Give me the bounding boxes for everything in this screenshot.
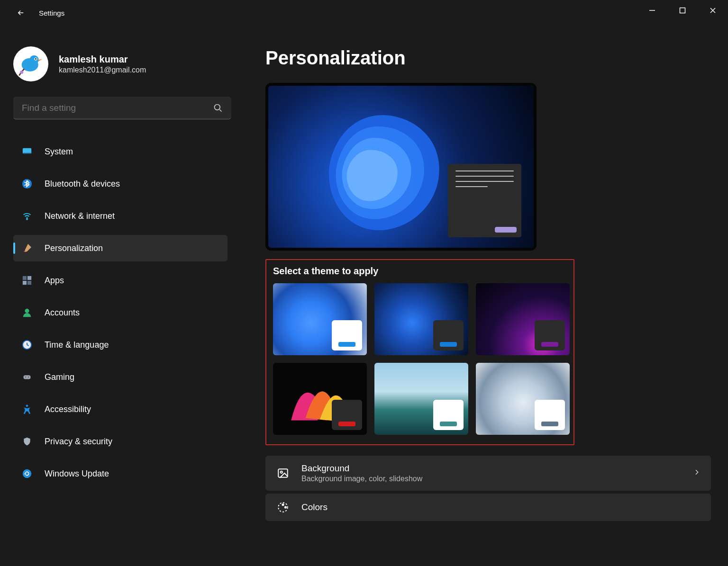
arrow-left-icon bbox=[17, 9, 25, 17]
user-name: kamlesh kumar bbox=[59, 54, 146, 65]
svg-point-7 bbox=[20, 71, 23, 74]
svg-point-13 bbox=[27, 219, 27, 220]
svg-rect-26 bbox=[278, 469, 288, 477]
sidebar-item-label: Network & internet bbox=[45, 211, 115, 221]
back-button[interactable] bbox=[11, 3, 30, 22]
sidebar-item-label: Personalization bbox=[45, 243, 103, 253]
sidebar-item-time-language[interactable]: Time & language bbox=[13, 332, 228, 358]
sidebar-item-label: Bluetooth & devices bbox=[45, 179, 120, 189]
svg-rect-15 bbox=[27, 276, 31, 280]
theme-tile-glow[interactable] bbox=[476, 283, 570, 355]
close-icon bbox=[710, 7, 716, 14]
svg-point-27 bbox=[281, 471, 282, 473]
sidebar-item-system[interactable]: System bbox=[13, 138, 228, 165]
user-text: kamlesh kumar kamlesh2011@gmail.com bbox=[59, 54, 146, 74]
svg-point-25 bbox=[23, 469, 31, 478]
svg-point-29 bbox=[282, 504, 283, 505]
svg-rect-1 bbox=[680, 8, 685, 13]
desktop-preview[interactable] bbox=[265, 83, 537, 251]
sidebar-item-gaming[interactable]: Gaming bbox=[13, 364, 228, 390]
theme-tile-captured-motion[interactable] bbox=[273, 363, 367, 435]
svg-point-3 bbox=[29, 55, 38, 64]
page-title: Personalization bbox=[265, 47, 719, 69]
palette-icon bbox=[276, 500, 290, 514]
sidebar-item-label: System bbox=[45, 147, 73, 157]
theme-tile-flow[interactable] bbox=[476, 363, 570, 435]
minimize-button[interactable] bbox=[637, 0, 667, 21]
shield-icon bbox=[21, 435, 33, 448]
svg-point-30 bbox=[285, 506, 286, 508]
svg-point-22 bbox=[25, 377, 26, 377]
sidebar-item-label: Windows Update bbox=[45, 469, 109, 479]
sidebar-item-label: Gaming bbox=[45, 372, 74, 382]
sidebar-item-personalization[interactable]: Personalization bbox=[13, 235, 228, 261]
sidebar-item-network[interactable]: Network & internet bbox=[13, 203, 228, 229]
sidebar-item-accessibility[interactable]: Accessibility bbox=[13, 396, 228, 422]
row-text: Colors bbox=[301, 502, 701, 512]
accessibility-icon bbox=[21, 403, 33, 415]
sidebar-item-accounts[interactable]: Accounts bbox=[13, 299, 228, 326]
grid-icon bbox=[21, 274, 33, 287]
bluetooth-icon bbox=[21, 178, 33, 190]
sidebar-item-label: Accounts bbox=[45, 308, 80, 318]
row-subtitle: Background image, color, slideshow bbox=[301, 475, 682, 483]
bird-icon bbox=[18, 51, 44, 77]
preview-accent bbox=[495, 227, 517, 233]
theme-section: Select a theme to apply bbox=[265, 259, 574, 445]
row-title: Colors bbox=[301, 502, 701, 512]
theme-tile-sunrise[interactable] bbox=[374, 363, 468, 435]
sidebar-item-update[interactable]: Windows Update bbox=[13, 460, 228, 487]
titlebar: Settings bbox=[0, 0, 728, 26]
sidebar-item-label: Time & language bbox=[45, 340, 109, 350]
svg-rect-14 bbox=[23, 276, 27, 280]
svg-point-18 bbox=[25, 309, 29, 313]
sidebar-item-bluetooth[interactable]: Bluetooth & devices bbox=[13, 171, 228, 197]
sidebar: kamlesh kumar kamlesh2011@gmail.com Syst… bbox=[0, 26, 231, 566]
row-title: Background bbox=[301, 463, 682, 474]
theme-tile-windows-dark[interactable] bbox=[374, 283, 468, 355]
svg-rect-11 bbox=[23, 153, 31, 154]
sidebar-item-label: Privacy & security bbox=[45, 437, 112, 447]
gamepad-icon bbox=[21, 371, 33, 383]
settings-row-colors[interactable]: Colors bbox=[265, 494, 711, 521]
sidebar-item-privacy[interactable]: Privacy & security bbox=[13, 428, 228, 455]
main-content: Personalization Select a theme to apply bbox=[231, 26, 728, 566]
person-icon bbox=[21, 306, 33, 319]
maximize-button[interactable] bbox=[667, 0, 698, 21]
search-box[interactable] bbox=[13, 97, 231, 119]
chevron-right-icon bbox=[693, 468, 701, 478]
svg-rect-16 bbox=[23, 281, 27, 285]
svg-point-5 bbox=[35, 58, 36, 60]
image-icon bbox=[276, 466, 290, 480]
user-email: kamlesh2011@gmail.com bbox=[59, 66, 146, 74]
settings-row-background[interactable]: Background Background image, color, slid… bbox=[265, 456, 711, 491]
app-title: Settings bbox=[39, 9, 64, 17]
search-input[interactable] bbox=[22, 103, 213, 113]
user-block[interactable]: kamlesh kumar kamlesh2011@gmail.com bbox=[13, 46, 228, 81]
bloom-shape-icon bbox=[297, 100, 467, 251]
sidebar-item-label: Apps bbox=[45, 276, 64, 286]
close-button[interactable] bbox=[698, 0, 728, 21]
svg-rect-17 bbox=[27, 281, 31, 285]
sidebar-item-apps[interactable]: Apps bbox=[13, 267, 228, 294]
svg-marker-6 bbox=[38, 59, 43, 62]
preview-mini-window bbox=[448, 164, 521, 237]
maximize-icon bbox=[679, 7, 686, 14]
monitor-icon bbox=[21, 145, 33, 158]
sidebar-item-label: Accessibility bbox=[45, 404, 91, 414]
window-controls bbox=[637, 0, 728, 21]
update-icon bbox=[21, 467, 33, 480]
minimize-icon bbox=[649, 7, 655, 14]
theme-grid bbox=[273, 283, 567, 435]
svg-point-23 bbox=[28, 377, 29, 377]
search-icon bbox=[213, 103, 223, 113]
svg-rect-21 bbox=[24, 375, 31, 379]
row-text: Background Background image, color, slid… bbox=[301, 463, 682, 483]
wifi-icon bbox=[21, 210, 33, 222]
svg-point-8 bbox=[215, 104, 220, 110]
theme-tile-windows-light[interactable] bbox=[273, 283, 367, 355]
clock-icon bbox=[21, 339, 33, 351]
brush-icon bbox=[21, 242, 33, 254]
avatar bbox=[13, 46, 48, 81]
svg-point-24 bbox=[26, 404, 28, 407]
